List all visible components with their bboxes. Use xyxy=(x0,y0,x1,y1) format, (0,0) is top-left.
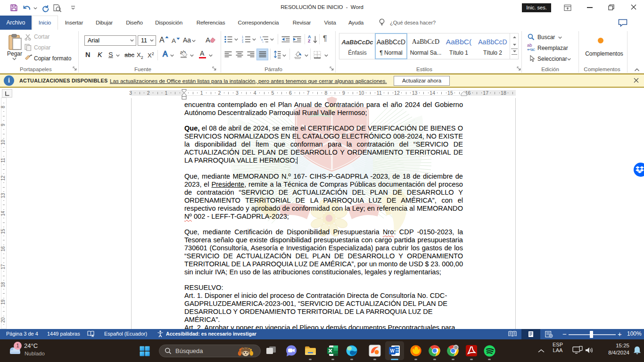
svg-text:i: i xyxy=(263,41,263,43)
svg-text:3: 3 xyxy=(242,41,243,43)
